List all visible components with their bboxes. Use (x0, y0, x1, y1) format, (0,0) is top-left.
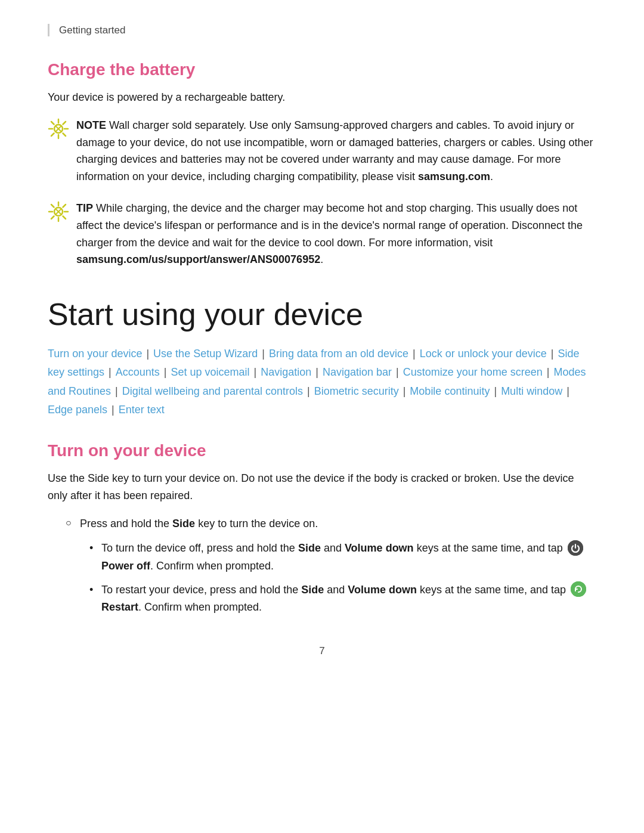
svg-line-18 (51, 216, 54, 219)
sub2-before: To restart your device, press and hold t… (101, 584, 301, 596)
svg-line-6 (63, 122, 66, 125)
charge-section: Charge the battery Your device is powere… (48, 60, 596, 268)
start-heading: Start using your device (48, 297, 596, 333)
toc-links: Turn on your device | Use the Setup Wiza… (48, 345, 596, 420)
turn-on-heading: Turn on your device (48, 441, 596, 460)
sub-bullet-list: To turn the device off, press and hold t… (89, 540, 596, 617)
note-text: NOTE Wall charger sold separately. Use o… (76, 117, 596, 185)
svg-line-16 (63, 216, 66, 219)
toc-link-8[interactable]: Navigation bar (323, 366, 392, 378)
sub2-end: . Confirm when prompted. (138, 601, 262, 613)
toc-link-16[interactable]: Enter text (119, 404, 165, 416)
toc-link-11[interactable]: Digital wellbeing and parental controls (122, 385, 303, 397)
svg-line-5 (63, 133, 66, 136)
start-section: Start using your device Turn on your dev… (48, 297, 596, 420)
note-link[interactable]: samsung.com (418, 171, 490, 182)
note-label: NOTE (76, 119, 106, 131)
list-circle-item-1: Press and hold the Side key to turn the … (66, 515, 596, 533)
sub1-mid: and (321, 542, 345, 554)
header-label: Getting started (59, 24, 126, 36)
sub2-restart-text: Restart (101, 601, 138, 613)
toc-link-9[interactable]: Customize your home screen (403, 366, 543, 378)
toc-link-1[interactable]: Use the Setup Wizard (153, 348, 258, 360)
tip-icon (48, 201, 69, 222)
bullet1-after: key to turn the device on. (195, 518, 318, 529)
svg-line-7 (51, 133, 54, 136)
turn-on-list: Press and hold the Side key to turn the … (66, 515, 596, 533)
charge-intro: Your device is powered by a rechargeable… (48, 89, 596, 106)
sub1-after: keys at the same time, and tap (414, 542, 566, 554)
sub1-bold1: Side (298, 542, 321, 554)
note-end: . (490, 171, 493, 182)
bullet1-before: Press and hold the (80, 518, 172, 529)
toc-link-12[interactable]: Biometric security (314, 385, 399, 397)
tip-block: TIP While charging, the device and the c… (48, 200, 596, 268)
svg-line-4 (51, 122, 54, 125)
page-number: 7 (48, 645, 596, 657)
note-block: NOTE Wall charger sold separately. Use o… (48, 117, 596, 185)
tip-label: TIP (76, 202, 93, 214)
tip-end: . (320, 253, 323, 265)
toc-link-13[interactable]: Mobile continuity (410, 385, 490, 397)
tip-link[interactable]: samsung.com/us/support/answer/ANS0007695… (76, 253, 320, 265)
toc-link-3[interactable]: Lock or unlock your device (420, 348, 547, 360)
svg-point-23 (571, 581, 586, 597)
sub1-end: . Confirm when prompted. (150, 560, 274, 572)
sub1-before: To turn the device off, press and hold t… (101, 542, 298, 554)
sub2-after: keys at the same time, and tap (417, 584, 569, 596)
toc-link-15[interactable]: Edge panels (48, 404, 107, 416)
list-bullet-item-1: To turn the device off, press and hold t… (89, 540, 596, 575)
restart-icon (571, 581, 586, 597)
svg-line-15 (51, 205, 54, 208)
sub2-mid: and (324, 584, 348, 596)
power-off-icon (568, 540, 583, 556)
tip-text: TIP While charging, the device and the c… (76, 200, 596, 268)
toc-link-14[interactable]: Multi window (501, 385, 562, 397)
note-icon (48, 118, 69, 140)
charge-heading: Charge the battery (48, 60, 596, 79)
note-body: Wall charger sold separately. Use only S… (76, 119, 593, 182)
svg-line-17 (63, 205, 66, 208)
toc-link-7[interactable]: Navigation (261, 366, 311, 378)
turn-on-intro: Use the Side key to turn your device on.… (48, 470, 596, 504)
sub2-bold1: Side (301, 584, 324, 596)
sub1-power-off-text: Power off (101, 560, 150, 572)
list-bullet-item-2: To restart your device, press and hold t… (89, 581, 596, 617)
toc-link-2[interactable]: Bring data from an old device (269, 348, 408, 360)
sub2-bold2: Volume down (348, 584, 417, 596)
tip-body: While charging, the device and the charg… (76, 202, 583, 249)
page-header: Getting started (48, 24, 596, 36)
sub1-bold2: Volume down (345, 542, 414, 554)
bullet1-bold: Side (172, 518, 195, 529)
toc-link-6[interactable]: Set up voicemail (171, 366, 249, 378)
toc-link-0[interactable]: Turn on your device (48, 348, 142, 360)
toc-link-5[interactable]: Accounts (116, 366, 160, 378)
turn-on-section: Turn on your device Use the Side key to … (48, 441, 596, 617)
